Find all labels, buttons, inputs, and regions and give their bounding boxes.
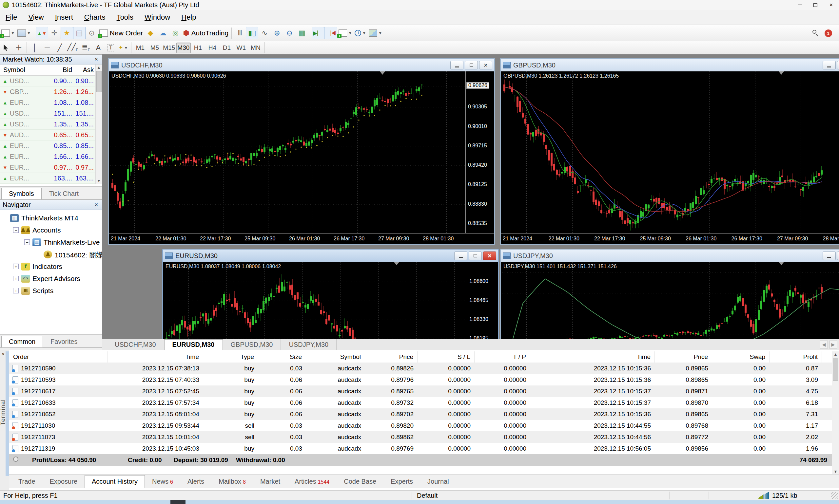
metaeditor-button[interactable]: ◆: [144, 27, 157, 39]
market-watch-scrollbar[interactable]: ▲▼: [95, 65, 102, 184]
tabs-scroll-left-icon[interactable]: ◀: [820, 341, 828, 348]
navigator-close-icon[interactable]: ×: [93, 201, 99, 208]
chart-minimize-button[interactable]: [454, 252, 467, 260]
market-watch-row[interactable]: ▲EUR...0.85...0.85...: [0, 141, 102, 151]
tab-symbols[interactable]: Symbols: [1, 188, 41, 199]
zoom-out-button[interactable]: ⊖: [283, 27, 296, 39]
order-row[interactable]: 19127106332023.12.15 07:57:34buy0.06audc…: [9, 397, 832, 408]
window-close-button[interactable]: ×: [823, 0, 839, 10]
chart-minimize-button[interactable]: [823, 252, 836, 260]
terminal-close-icon[interactable]: ×: [2, 352, 5, 357]
expand-icon[interactable]: +: [13, 264, 19, 269]
collapse-icon[interactable]: −: [13, 227, 19, 233]
market-watch-toggle[interactable]: ▲▼: [36, 27, 48, 39]
market-watch-row[interactable]: ▲USD...1.35...1.35...: [0, 119, 102, 130]
market-watch-row[interactable]: ▼AUD...0.65...0.65...: [0, 130, 102, 141]
templates-button[interactable]: ▼: [367, 27, 383, 39]
column-bid[interactable]: Bid: [47, 66, 72, 74]
chart-restore-button[interactable]: [465, 61, 478, 69]
scroll-up-icon[interactable]: ▲: [832, 352, 839, 357]
timeframe-h4[interactable]: H4: [205, 42, 220, 53]
column-type-2[interactable]: Type: [203, 352, 258, 362]
time-axis[interactable]: 21 Mar 202422 Mar 01:3022 Mar 17:3025 Ma…: [109, 233, 494, 244]
market-watch-row[interactable]: ▲USD...0.90...0.90...: [0, 76, 102, 87]
menu-view[interactable]: View: [23, 11, 49, 23]
equidistant-channel-tool[interactable]: ╱╱E: [66, 41, 80, 54]
chart-window-gbpusd[interactable]: GBPUSD,M30✕GBPUSD,M30 1.26123 1.26172 1.…: [500, 58, 839, 245]
column-time-1[interactable]: Time: [107, 352, 203, 362]
cursor-tool[interactable]: [0, 41, 13, 54]
timeframe-h1[interactable]: H1: [191, 42, 205, 53]
navigator-toggle[interactable]: ★: [60, 27, 73, 39]
tab-common[interactable]: Common: [1, 336, 43, 347]
profiles-button[interactable]: ▼: [16, 27, 32, 39]
price-chart-gbpusd[interactable]: [501, 71, 839, 233]
market-watch-row[interactable]: ▼EUR...0.97...0.97...: [0, 162, 102, 173]
order-row[interactable]: 19127110302023.12.15 09:53:44sell0.03aud…: [9, 420, 832, 431]
chart-tab-usdjpy-m30[interactable]: USDJPY,M30: [281, 339, 336, 350]
navigator-item-thinkmarkets-live[interactable]: −▤ThinkMarkets-Live: [2, 236, 102, 248]
signals-button[interactable]: ◎: [169, 27, 181, 39]
tile-windows-button[interactable]: ▦: [296, 27, 308, 39]
search-button[interactable]: [809, 27, 822, 39]
tab-favorites[interactable]: Favorites: [43, 336, 85, 347]
window-minimize-button[interactable]: [792, 0, 807, 10]
trendline-tool[interactable]: ╱: [53, 41, 66, 54]
chart-restore-button[interactable]: [469, 252, 482, 260]
terminal-tab-account-history[interactable]: Account History: [85, 475, 145, 488]
chart-shift-button[interactable]: ⎹◀: [324, 27, 337, 39]
timeframe-w1[interactable]: W1: [234, 42, 248, 53]
terminal-tab-code-base[interactable]: Code Base: [336, 475, 383, 488]
column-symbol-4[interactable]: Symbol: [306, 352, 365, 362]
resize-grip[interactable]: [831, 492, 838, 499]
terminal-tab-exposure[interactable]: Exposure: [42, 475, 85, 488]
menu-insert[interactable]: Insert: [50, 11, 78, 23]
community-button[interactable]: ☁: [157, 27, 169, 39]
text-tool[interactable]: A: [92, 41, 105, 54]
order-row[interactable]: 19127105932023.12.15 07:40:33buy0.06audc…: [9, 374, 832, 385]
timeframe-m5[interactable]: M5: [147, 42, 162, 53]
menu-window[interactable]: Window: [139, 11, 176, 23]
column-price-9[interactable]: Price: [655, 352, 712, 362]
bar-chart-button[interactable]: ǀǀǀ: [233, 27, 246, 39]
zoom-in-button[interactable]: ⊕: [271, 27, 283, 39]
timeframe-m15[interactable]: M15: [162, 42, 176, 53]
column-size-3[interactable]: Size: [258, 352, 306, 362]
terminal-scrollbar[interactable]: ▲ ▼: [832, 352, 839, 474]
navigator-item-thinkmarkets-mt4[interactable]: ▥ThinkMarkets MT4: [2, 212, 102, 224]
terminal-tab-news[interactable]: News6: [145, 475, 180, 488]
chart-tab-eurusd-m30[interactable]: EURUSD,M30: [164, 339, 223, 350]
chart-restore-button[interactable]: [837, 252, 839, 260]
scroll-up-icon[interactable]: ▲: [96, 65, 102, 70]
horizontal-line-tool[interactable]: ─: [41, 41, 53, 54]
chart-tab-gbpusd-m30[interactable]: GBPUSD,M30: [223, 339, 281, 350]
market-watch-row[interactable]: ▲EUR...1.66...1.66...: [0, 151, 102, 162]
order-row[interactable]: 19127113192023.12.15 10:45:03buy0.03audc…: [9, 443, 832, 454]
column-tp-7[interactable]: T / P: [475, 352, 530, 362]
column-time-8[interactable]: Time: [530, 352, 655, 362]
terminal-scroll-thumb[interactable]: [833, 358, 838, 381]
column-order-0[interactable]: Order: [9, 352, 107, 362]
column-symbol[interactable]: Symbol: [0, 66, 47, 74]
terminal-tab-journal[interactable]: Journal: [420, 475, 456, 488]
data-window-toggle[interactable]: ✛: [48, 27, 60, 39]
fibonacci-tool[interactable]: ≣F: [80, 41, 92, 54]
market-watch-close-icon[interactable]: ×: [93, 56, 99, 63]
time-axis[interactable]: 21 Mar 202422 Mar 01:3022 Mar 17:3025 Ma…: [501, 233, 839, 244]
navigator-item-expert-advisors[interactable]: +◠Expert Advisors: [2, 272, 102, 285]
timeframe-d1[interactable]: D1: [220, 42, 234, 53]
market-watch-row[interactable]: ▲USD...151....151....: [0, 108, 102, 119]
arrows-tool[interactable]: ✦▼: [117, 41, 129, 54]
column-swap-10[interactable]: Swap: [712, 352, 770, 362]
chart-window-usdjpy[interactable]: USDJPY,M30✕USDJPY,M30 151.401 151.432 15…: [500, 249, 839, 339]
vertical-line-tool[interactable]: │: [29, 41, 41, 54]
price-chart-usdchf[interactable]: [109, 71, 466, 233]
price-chart-eurusd[interactable]: [163, 262, 467, 339]
terminal-toggle[interactable]: ▤: [73, 27, 86, 39]
timeframe-m1[interactable]: M1: [133, 42, 147, 53]
crosshair-tool[interactable]: ＋: [13, 41, 25, 54]
market-watch-row[interactable]: ▼GBP...1.26...1.26...: [0, 87, 102, 97]
column-profit-11[interactable]: Profit: [770, 352, 822, 362]
timeframe-mn[interactable]: MN: [248, 42, 263, 53]
new-order-button[interactable]: + New Order: [98, 27, 144, 39]
